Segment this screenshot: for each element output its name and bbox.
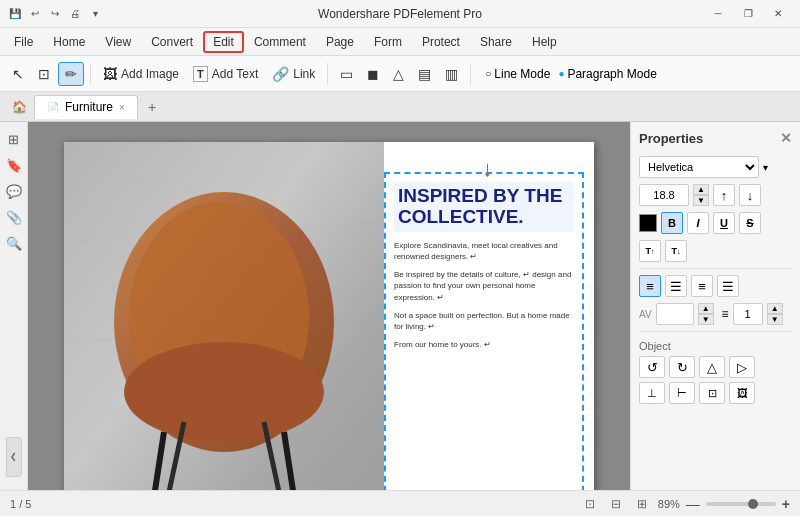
form-tool-2-button[interactable]: ▥	[439, 63, 464, 85]
body-text-3: Not a space built on perfection. But a h…	[394, 310, 574, 332]
line-spacing-down-button[interactable]: ▼	[767, 314, 783, 325]
font-name-select[interactable]: Helvetica Arial Times New Roman	[639, 156, 759, 178]
content-area: ↓ INSPIRED BY THE COLLECTIVE. Explore Sc…	[28, 122, 630, 490]
menu-convert[interactable]: Convert	[141, 31, 203, 53]
strikethrough-button[interactable]: S	[739, 212, 761, 234]
flip-v-button[interactable]: ▷	[729, 356, 755, 378]
add-text-button[interactable]: T Add Text	[187, 63, 264, 85]
tab-close-button[interactable]: ×	[119, 102, 125, 113]
text-content-box[interactable]: INSPIRED BY THE COLLECTIVE. Explore Scan…	[384, 172, 584, 490]
superscript-button[interactable]: T↑	[639, 240, 661, 262]
zoom-in-button[interactable]: +	[782, 496, 790, 512]
shape-tool-button[interactable]: △	[387, 63, 410, 85]
menu-home[interactable]: Home	[43, 31, 95, 53]
menu-form[interactable]: Form	[364, 31, 412, 53]
select-icon: ↖	[12, 66, 24, 82]
redo-icon[interactable]: ↪	[48, 7, 62, 21]
zoom-thumb	[748, 499, 758, 509]
font-size-spin: ▲ ▼	[693, 184, 709, 206]
align-bottom-button[interactable]: ⊥	[639, 382, 665, 404]
fit-page-button[interactable]: ⊡	[580, 494, 600, 514]
add-image-button[interactable]: 🖼 Add Image	[97, 63, 185, 85]
image-icon: 🖼	[103, 66, 117, 82]
undo-icon[interactable]: ↩	[28, 7, 42, 21]
crop-obj-button[interactable]: ⊡	[699, 382, 725, 404]
edit-tool-button[interactable]: ✏	[58, 62, 84, 86]
sidebar-pages-icon[interactable]: ⊞	[3, 128, 25, 150]
increase-size-button[interactable]: ↑	[713, 184, 735, 206]
form-tool-1-button[interactable]: ▤	[412, 63, 437, 85]
zoom-out-button[interactable]: —	[686, 496, 700, 512]
tab-add-button[interactable]: +	[144, 99, 160, 115]
fit-width-button[interactable]: ⊟	[606, 494, 626, 514]
crop-tool-button[interactable]: ⊡	[32, 63, 56, 85]
align-right-button[interactable]: ≡	[691, 275, 713, 297]
save-icon[interactable]: 💾	[8, 7, 22, 21]
grid-view-button[interactable]: ⊞	[632, 494, 652, 514]
furniture-tab[interactable]: 📄 Furniture ×	[34, 95, 138, 119]
rotate-cw-button[interactable]: ↻	[669, 356, 695, 378]
av-up-button[interactable]: ▲	[698, 303, 714, 314]
font-size-down-button[interactable]: ▼	[693, 195, 709, 206]
chair-svg	[64, 142, 384, 490]
close-button[interactable]: ✕	[764, 5, 792, 23]
bold-button[interactable]: B	[661, 212, 683, 234]
italic-button[interactable]: I	[687, 212, 709, 234]
av-down-button[interactable]: ▼	[698, 314, 714, 325]
page-info: 1 / 5	[10, 498, 31, 510]
font-size-input[interactable]	[639, 184, 689, 206]
spacing-row: AV ▲ ▼ ≡ ▲ ▼	[639, 303, 792, 325]
dropdown-icon[interactable]: ▾	[88, 7, 102, 21]
sidebar-attachment-icon[interactable]: 📎	[3, 206, 25, 228]
font-size-up-button[interactable]: ▲	[693, 184, 709, 195]
menu-share[interactable]: Share	[470, 31, 522, 53]
line-spacing-input[interactable]	[733, 303, 763, 325]
rect-tool-button[interactable]: ▭	[334, 63, 359, 85]
av-input[interactable]	[656, 303, 694, 325]
text-icon: T	[193, 66, 208, 82]
print-icon[interactable]: 🖨	[68, 7, 82, 21]
title-bar: 💾 ↩ ↪ 🖨 ▾ Wondershare PDFelement Pro ─ ❐…	[0, 0, 800, 28]
av-label: AV	[639, 309, 652, 320]
add-image-label: Add Image	[121, 67, 179, 81]
menu-comment[interactable]: Comment	[244, 31, 316, 53]
paragraph-mode-radio[interactable]: ● Paragraph Mode	[558, 67, 656, 81]
subscript-button[interactable]: T↓	[665, 240, 687, 262]
replace-img-button[interactable]: 🖼	[729, 382, 755, 404]
select-tool-button[interactable]: ↖	[6, 63, 30, 85]
align-left-button[interactable]: ≡	[639, 275, 661, 297]
menu-edit[interactable]: Edit	[203, 31, 244, 53]
menu-protect[interactable]: Protect	[412, 31, 470, 53]
zoom-slider[interactable]	[706, 502, 776, 506]
link-button[interactable]: 🔗 Link	[266, 63, 321, 85]
menu-help[interactable]: Help	[522, 31, 567, 53]
align-left-obj-button[interactable]: ⊢	[669, 382, 695, 404]
line-mode-radio[interactable]: ○ Line Mode	[485, 67, 550, 81]
minimize-button[interactable]: ─	[704, 5, 732, 23]
line-spacing-up-button[interactable]: ▲	[767, 303, 783, 314]
form1-icon: ▤	[418, 66, 431, 82]
sidebar-bookmark-icon[interactable]: 🔖	[3, 154, 25, 176]
home-tab-icon[interactable]: 🏠	[8, 96, 30, 118]
panel-close-button[interactable]: ✕	[780, 130, 792, 146]
decrease-size-button[interactable]: ↓	[739, 184, 761, 206]
toolbar: ↖ ⊡ ✏ 🖼 Add Image T Add Text 🔗 Link ▭ ◼ …	[0, 56, 800, 92]
underline-button[interactable]: U	[713, 212, 735, 234]
align-center-button[interactable]: ☰	[665, 275, 687, 297]
maximize-button[interactable]: ❐	[734, 5, 762, 23]
font-dropdown-icon: ▾	[763, 162, 768, 173]
body-text-1: Explore Scandinavia, meet local creative…	[394, 240, 574, 262]
line-mode-label: Line Mode	[494, 67, 550, 81]
script-buttons-row: T↑ T↓	[639, 240, 792, 262]
menu-view[interactable]: View	[95, 31, 141, 53]
menu-page[interactable]: Page	[316, 31, 364, 53]
sidebar-search-icon[interactable]: 🔍	[3, 232, 25, 254]
sidebar-collapse-arrow[interactable]: ❮	[6, 437, 22, 477]
text-color-swatch[interactable]	[639, 214, 657, 232]
menu-file[interactable]: File	[4, 31, 43, 53]
sidebar-comment-icon[interactable]: 💬	[3, 180, 25, 202]
rotate-ccw-button[interactable]: ↺	[639, 356, 665, 378]
flip-h-button[interactable]: △	[699, 356, 725, 378]
redact-tool-button[interactable]: ◼	[361, 63, 385, 85]
align-justify-button[interactable]: ☰	[717, 275, 739, 297]
